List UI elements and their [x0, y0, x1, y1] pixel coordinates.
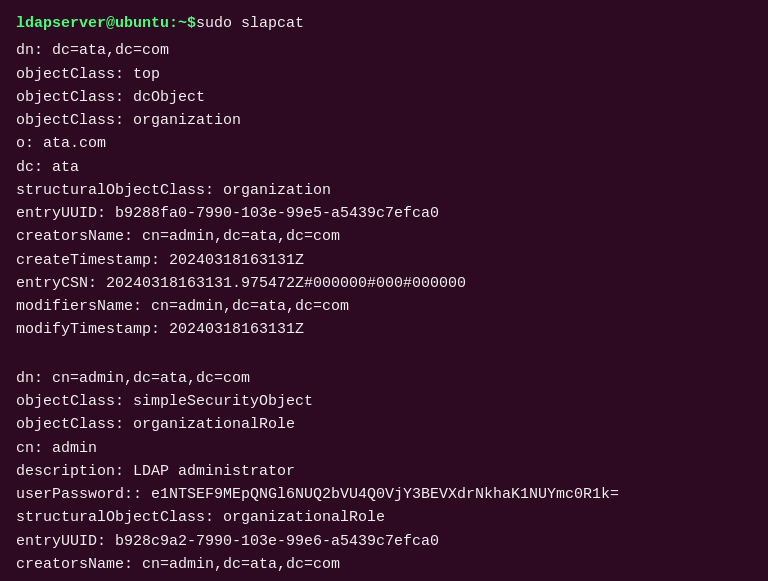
output-line: description: LDAP administrator	[16, 460, 752, 483]
prompt-line: ldapserver@ubuntu:~$ sudo slapcat	[16, 12, 752, 35]
output-block-2: dn: cn=admin,dc=ata,dc=comobjectClass: s…	[16, 367, 752, 576]
terminal-window: ldapserver@ubuntu:~$ sudo slapcat dn: dc…	[0, 0, 768, 581]
prompt-command: sudo slapcat	[196, 12, 304, 35]
output-line: cn: admin	[16, 437, 752, 460]
blank-separator	[16, 344, 752, 367]
output-line: creatorsName: cn=admin,dc=ata,dc=com	[16, 553, 752, 576]
output-line: dc: ata	[16, 156, 752, 179]
output-line: objectClass: organizationalRole	[16, 413, 752, 436]
output-line: objectClass: organization	[16, 109, 752, 132]
output-line: entryUUID: b928c9a2-7990-103e-99e6-a5439…	[16, 530, 752, 553]
output-line: dn: dc=ata,dc=com	[16, 39, 752, 62]
output-line: entryCSN: 20240318163131.975472Z#000000#…	[16, 272, 752, 295]
output-line: modifiersName: cn=admin,dc=ata,dc=com	[16, 295, 752, 318]
prompt-path: :~$	[169, 12, 196, 35]
output-line: dn: cn=admin,dc=ata,dc=com	[16, 367, 752, 390]
output-line: structuralObjectClass: organizationalRol…	[16, 506, 752, 529]
output-line: modifyTimestamp: 20240318163131Z	[16, 318, 752, 341]
output-line: userPassword:: e1NTSEF9MEpQNGl6NUQ2bVU4Q…	[16, 483, 752, 506]
output-line: creatorsName: cn=admin,dc=ata,dc=com	[16, 225, 752, 248]
output-line: objectClass: simpleSecurityObject	[16, 390, 752, 413]
output-line: objectClass: top	[16, 63, 752, 86]
output-line: entryUUID: b9288fa0-7990-103e-99e5-a5439…	[16, 202, 752, 225]
output-line: createTimestamp: 20240318163131Z	[16, 249, 752, 272]
output-line: o: ata.com	[16, 132, 752, 155]
output-line: structuralObjectClass: organization	[16, 179, 752, 202]
output-line: objectClass: dcObject	[16, 86, 752, 109]
prompt-user: ldapserver@ubuntu	[16, 12, 169, 35]
output-block-1: dn: dc=ata,dc=comobjectClass: topobjectC…	[16, 39, 752, 341]
